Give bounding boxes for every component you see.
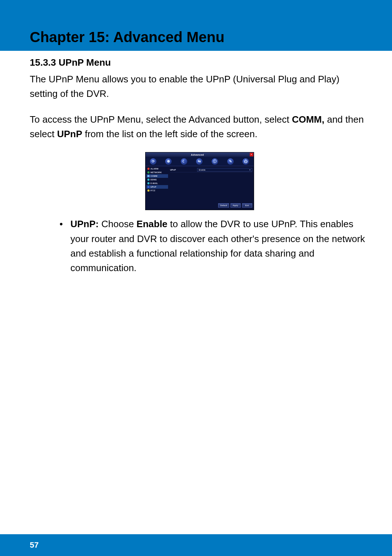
sidebar-item-ddns[interactable]: DDNS bbox=[146, 178, 168, 181]
sidebar-item-label: UPnP bbox=[151, 186, 156, 188]
toolbar-icon[interactable]: ⇆ bbox=[196, 158, 203, 165]
section-heading: 15.3.3 UPnP Menu bbox=[30, 56, 369, 69]
text-bold-comm: COMM, bbox=[292, 114, 327, 125]
dvr-button-row: Default Apply Exit bbox=[146, 201, 254, 210]
setting-label: UPnP bbox=[170, 169, 197, 171]
toolbar-icon[interactable]: ⏻ bbox=[242, 158, 249, 165]
toolbar-icon[interactable]: ☾ bbox=[181, 158, 187, 165]
text-fragment: Choose bbox=[101, 218, 136, 229]
sidebar-item-label: DDNS bbox=[151, 179, 157, 181]
network-icon bbox=[147, 171, 150, 173]
dvr-screenshot: Advanced × ⟳ ✺ ☾ ⇆ ⓘ ✎ ⏻ ALARM NETWORK bbox=[145, 152, 254, 210]
content-area: 15.3.3 UPnP Menu The UPnP Menu allows yo… bbox=[30, 56, 369, 275]
setting-row-upnp: UPnP Enable ▾ bbox=[170, 167, 252, 172]
gear-icon bbox=[147, 189, 150, 192]
dvr-window: Advanced × ⟳ ✺ ☾ ⇆ ⓘ ✎ ⏻ ALARM NETWORK bbox=[145, 152, 254, 210]
toolbar-icon[interactable]: ✺ bbox=[165, 158, 172, 165]
sidebar-item-network[interactable]: NETWORK bbox=[146, 171, 168, 174]
select-value: Enable bbox=[199, 169, 206, 171]
sidebar-item-ptz[interactable]: P.T.Z bbox=[146, 189, 168, 192]
sidebar-item-comm[interactable]: COMM bbox=[146, 174, 168, 178]
sidebar-item-alarm[interactable]: ALARM bbox=[146, 167, 168, 171]
paragraph-intro: The UPnP Menu allows you to enable the U… bbox=[30, 72, 369, 101]
apply-button[interactable]: Apply bbox=[230, 203, 241, 208]
bullet-list: • UPnP: Choose Enable to allow the DVR t… bbox=[30, 217, 369, 275]
page-number: 57 bbox=[30, 540, 38, 550]
exit-button[interactable]: Exit bbox=[242, 203, 252, 208]
sidebar-item-label: ALARM bbox=[151, 168, 159, 170]
bullet-text: UPnP: Choose Enable to allow the DVR to … bbox=[70, 217, 369, 275]
list-item: • UPnP: Choose Enable to allow the DVR t… bbox=[60, 217, 369, 275]
dvr-titlebar: Advanced × bbox=[146, 152, 254, 157]
sidebar-item-email[interactable]: E-MAIL bbox=[146, 181, 168, 185]
text-bold-enable: Enable bbox=[136, 218, 167, 229]
dvr-toolbar: ⟳ ✺ ☾ ⇆ ⓘ ✎ ⏻ bbox=[146, 157, 254, 166]
bullet-term: UPnP: bbox=[70, 218, 101, 229]
dvr-sidebar: ALARM NETWORK COMM DDNS E-MAIL UPnP P.T.… bbox=[146, 166, 169, 201]
dot-icon bbox=[147, 186, 150, 188]
grid-icon bbox=[147, 175, 150, 177]
dot-icon bbox=[147, 179, 150, 181]
sidebar-item-label: COMM bbox=[151, 175, 158, 177]
dvr-window-title: Advanced bbox=[146, 154, 250, 156]
sidebar-item-label: P.T.Z bbox=[151, 189, 155, 192]
dvr-main-panel: UPnP Enable ▾ bbox=[169, 166, 254, 201]
paragraph-access-path: To access the UPnP Menu, select the Adva… bbox=[30, 112, 369, 142]
bullet-icon: • bbox=[60, 217, 70, 275]
mail-icon bbox=[147, 182, 150, 184]
toolbar-icon[interactable]: ⓘ bbox=[212, 158, 218, 165]
footer-band: 57 bbox=[0, 534, 392, 556]
chevron-down-icon: ▾ bbox=[248, 168, 252, 171]
toolbar-icon[interactable]: ⟳ bbox=[150, 158, 156, 165]
sidebar-item-upnp[interactable]: UPnP bbox=[146, 185, 168, 189]
text-bold-upnp: UPnP bbox=[57, 128, 82, 139]
text-fragment: from the list on the left side of the sc… bbox=[82, 128, 258, 139]
sidebar-item-label: NETWORK bbox=[151, 171, 162, 173]
text-fragment: To access the UPnP Menu, select the Adva… bbox=[30, 114, 292, 125]
sidebar-item-label: E-MAIL bbox=[151, 182, 158, 184]
default-button[interactable]: Default bbox=[218, 203, 229, 208]
dvr-body: ALARM NETWORK COMM DDNS E-MAIL UPnP P.T.… bbox=[146, 166, 254, 201]
chapter-title: Chapter 15: Advanced Menu bbox=[30, 29, 224, 45]
close-icon[interactable]: × bbox=[250, 153, 253, 156]
triangle-icon bbox=[147, 168, 150, 170]
upnp-select[interactable]: Enable ▾ bbox=[197, 168, 252, 172]
toolbar-icon[interactable]: ✎ bbox=[227, 158, 234, 165]
